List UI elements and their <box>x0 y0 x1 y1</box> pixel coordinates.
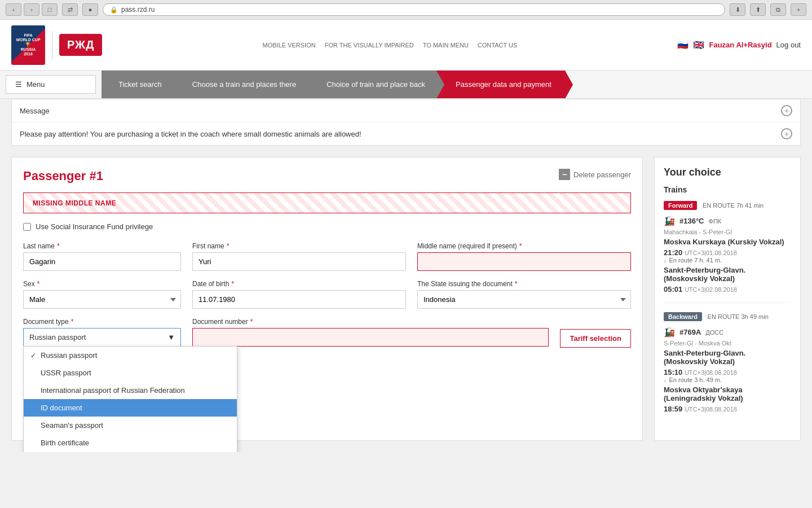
step-choose-train-back[interactable]: Choice of train and place back <box>307 71 436 98</box>
forward-train-info: 🚂 #136°C ФПК <box>664 216 791 226</box>
sex-select[interactable]: Male Female <box>23 290 181 309</box>
forward-arrival-tz: UTC+3|02.08.2018 <box>685 286 737 293</box>
visually-impaired-link[interactable]: FOR THE VISUALLY IMPAIRED <box>325 42 414 49</box>
tab-button[interactable]: □ <box>42 3 58 16</box>
last-name-group: Last name * <box>23 242 181 271</box>
forward-departure-tz: UTC+3|01.08.2018 <box>685 249 737 256</box>
forward-departure-station: Moskva Kurskaya (Kurskiy Vokzal) <box>664 238 791 246</box>
doc-option-russian-passport[interactable]: ✓ Russian passport <box>24 347 237 364</box>
privilege-row: Use Social Insurance Fund privilege <box>23 222 631 231</box>
message-body-row: Please pay attention! You are purchasing… <box>12 122 800 145</box>
delete-label: Delete passenger <box>573 170 631 179</box>
doc-option-label: Birth certificate <box>41 439 89 447</box>
nav-buttons: ‹ › □ <box>6 3 58 16</box>
step-ticket-search[interactable]: Ticket search <box>102 71 173 98</box>
messages-box: Message + Please pay attention! You are … <box>11 99 801 146</box>
backward-arrival-tz: UTC+3|08.08.2018 <box>685 406 737 413</box>
tariff-selection-button[interactable]: Tariff selection <box>560 329 631 348</box>
back-button[interactable]: ‹ <box>6 3 21 16</box>
chevron-down-icon: ▼ <box>167 333 175 341</box>
username: Fauzan Al+Rasyid <box>709 41 771 49</box>
last-name-label: Last name * <box>23 242 181 250</box>
add-tab-button[interactable]: + <box>791 3 806 16</box>
doc-number-required: * <box>250 318 253 326</box>
doc-option-label: USSR passport <box>41 369 91 377</box>
train-icon-2: 🚂 <box>664 327 675 338</box>
menu-label: Menu <box>27 80 45 89</box>
last-name-input[interactable] <box>23 252 181 271</box>
download-button[interactable]: ⬇ <box>730 3 745 16</box>
doc-option-label: ID document <box>41 404 82 412</box>
passenger-section: Passenger #1 − Delete passenger MISSING … <box>11 157 643 441</box>
logout-button[interactable]: Log out <box>776 41 801 49</box>
backward-train-route: S-Peter-Gl - Moskva Okt <box>664 340 791 347</box>
flag-ru[interactable]: 🇷🇺 <box>677 40 689 50</box>
message-body-text: Please pay attention! You are purchasing… <box>20 130 361 138</box>
passenger-title: Passenger #1 <box>23 169 631 183</box>
doc-option-intl-passport[interactable]: ✓ International passport of Russian Fede… <box>24 382 237 399</box>
forward-button[interactable]: › <box>24 3 39 16</box>
state-issuing-group: The State issuing the document * Indones… <box>417 280 631 309</box>
browser-chrome: ‹ › □ ⇄ ● 🔒 pass.rzd.ru ⬇ ⬆ ⧉ + <box>0 0 812 20</box>
message-body-close[interactable]: + <box>781 128 792 139</box>
extensions-button[interactable]: ● <box>82 3 98 16</box>
step-choose-train-there[interactable]: Choose a train and places there <box>173 71 307 98</box>
hamburger-icon: ☰ <box>15 80 22 89</box>
doc-option-seamans-passport[interactable]: ✓ Seaman's passport <box>24 417 237 434</box>
checkmark-icon: ✓ <box>30 352 36 360</box>
newwindow-button[interactable]: ⧉ <box>770 3 786 16</box>
forward-en-route: EN ROUTE 7h 41 min <box>703 202 764 209</box>
step-passenger-payment[interactable]: Passenger data and payment <box>436 71 565 98</box>
middle-name-required: * <box>519 242 522 250</box>
message-header-row: Message + <box>12 99 800 122</box>
first-name-input[interactable] <box>192 252 406 271</box>
backward-train-info: 🚂 #769A ДОСС <box>664 327 791 338</box>
doc-type-group: Document type * Russian passport ▼ ✓ Rus… <box>23 318 181 346</box>
your-choice-title: Your choice <box>664 167 791 178</box>
menu-button[interactable]: ☰ Menu <box>6 75 96 94</box>
user-area: 🇷🇺 🇬🇧 Fauzan Al+Rasyid Log out <box>677 40 801 50</box>
doc-number-input[interactable] <box>192 328 549 347</box>
delete-passenger-button[interactable]: − Delete passenger <box>559 169 631 180</box>
mobile-version-link[interactable]: MOBILE VERSION <box>263 42 316 49</box>
doc-type-dropdown-trigger[interactable]: Russian passport ▼ <box>23 328 181 346</box>
steps: Ticket search Choose a train and places … <box>102 71 812 98</box>
doc-option-military-id[interactable]: ✓ Military ID <box>24 452 237 452</box>
main-menu-link[interactable]: TO MAIN MENU <box>423 42 469 49</box>
forward-arrival-time: 05:01 <box>664 285 682 294</box>
first-name-required: * <box>227 242 230 250</box>
state-issuing-label: The State issuing the document * <box>417 280 631 288</box>
flag-en[interactable]: 🇬🇧 <box>693 40 704 50</box>
doc-option-ussr-passport[interactable]: ✓ USSR passport <box>24 364 237 382</box>
state-issuing-select[interactable]: Indonesia <box>417 290 631 309</box>
forward-arrival-station: Sankt-Peterburg-Glavn. (Moskovskiy Vokza… <box>664 266 791 283</box>
your-choice-box: Your choice Trains Forward EN ROUTE 7h 4… <box>654 157 801 441</box>
doc-option-id-document[interactable]: ✓ ID document <box>24 399 237 417</box>
message-header-label: Message <box>20 107 50 115</box>
backward-train-class: ДОСС <box>705 329 723 336</box>
privilege-checkbox[interactable] <box>23 223 31 231</box>
dob-label: Date of birth * <box>192 280 406 288</box>
privilege-label: Use Social Insurance Fund privilege <box>36 222 153 231</box>
doc-option-label: International passport of Russian Federa… <box>41 386 185 395</box>
first-name-label: First name * <box>192 242 406 250</box>
doc-number-group: Document number * <box>192 318 549 347</box>
doc-number-label: Document number * <box>192 318 549 326</box>
bookmark-button[interactable]: ⇄ <box>62 3 78 16</box>
middle-name-input[interactable] <box>417 252 631 271</box>
address-bar[interactable]: 🔒 pass.rzd.ru <box>103 3 725 16</box>
backward-badge: Backward <box>664 312 702 321</box>
forward-duration: ↓ En route 7 h. 41 m. <box>664 257 791 264</box>
dob-group: Date of birth * <box>192 280 406 309</box>
forward-train-class: ФПК <box>709 218 722 225</box>
forward-train-route: Mahachkala - S-Peter-Gl <box>664 229 791 235</box>
doc-option-birth-certificate[interactable]: ✓ Birth certificate <box>24 434 237 452</box>
message-header-close[interactable]: + <box>781 105 792 116</box>
step-4-label: Passenger data and payment <box>456 80 551 89</box>
share-button[interactable]: ⬆ <box>750 3 766 16</box>
last-name-required: * <box>57 242 60 250</box>
sidebar: Your choice Trains Forward EN ROUTE 7h 4… <box>654 157 801 441</box>
contact-us-link[interactable]: CONTACT US <box>478 42 518 49</box>
dob-required: * <box>231 280 234 288</box>
dob-input[interactable] <box>192 290 406 309</box>
